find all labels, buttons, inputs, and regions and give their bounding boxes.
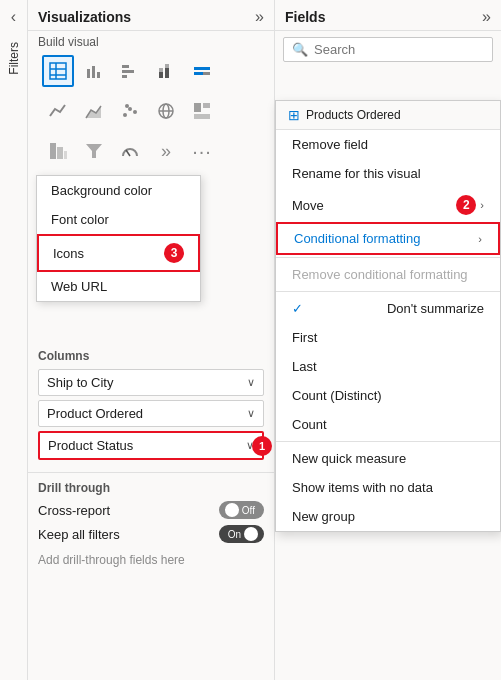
viz-icon-gauge[interactable] <box>114 135 146 167</box>
dropdown-remove-conditional[interactable]: Remove conditional formatting <box>276 260 500 289</box>
move-badge: 2 <box>456 195 476 215</box>
svg-line-32 <box>126 150 130 156</box>
dropdown-count-distinct[interactable]: Count (Distinct) <box>276 381 500 410</box>
column-product-status[interactable]: Product Status ∨ 1 <box>38 431 264 460</box>
cross-report-row: Cross-report Off <box>38 501 264 519</box>
cross-report-toggle[interactable]: Off <box>219 501 264 519</box>
visualizations-panel: Visualizations » Build visual <box>28 0 275 680</box>
dropdown-count[interactable]: Count <box>276 410 500 439</box>
fields-header: Fields » <box>275 0 501 31</box>
filters-collapse-icon[interactable]: ‹ <box>11 8 16 26</box>
viz-icon-100pct-bar[interactable] <box>186 55 218 87</box>
cross-report-label: Cross-report <box>38 503 110 518</box>
svg-rect-7 <box>122 65 129 68</box>
ship-to-city-chevron: ∨ <box>247 376 255 389</box>
dropdown-remove-field[interactable]: Remove field <box>276 130 500 159</box>
svg-rect-4 <box>87 69 90 78</box>
viz-icon-more-chevron[interactable]: » <box>150 135 182 167</box>
svg-rect-12 <box>165 68 169 78</box>
dropdown-move[interactable]: Move 2 › <box>276 188 500 222</box>
context-menu-web-url[interactable]: Web URL <box>37 272 200 301</box>
svg-rect-15 <box>194 72 203 75</box>
filters-tab: ‹ Filters <box>0 0 28 680</box>
viz-icon-area[interactable] <box>78 95 110 127</box>
dropdown-dont-summarize[interactable]: Don't summarize <box>276 294 500 323</box>
svg-rect-27 <box>194 114 210 119</box>
search-icon: 🔍 <box>292 42 308 57</box>
column-ship-to-city[interactable]: Ship to City ∨ <box>38 369 264 396</box>
svg-marker-31 <box>86 144 102 158</box>
columns-section: Columns Ship to City ∨ Product Ordered ∨… <box>28 341 274 468</box>
keep-filters-toggle[interactable]: On <box>219 525 264 543</box>
columns-title: Columns <box>38 349 264 363</box>
viz-panel-title: Visualizations <box>38 9 131 25</box>
dropdown-divider-3 <box>276 441 500 442</box>
dropdown-new-group[interactable]: New group <box>276 502 500 531</box>
search-input[interactable] <box>314 42 484 57</box>
conditional-formatting-arrow: › <box>478 233 482 245</box>
fields-dropdown: ⊞ Products Ordered Remove field Rename f… <box>275 100 501 532</box>
viz-icon-line[interactable] <box>42 95 74 127</box>
cross-report-state: Off <box>242 505 255 516</box>
svg-rect-11 <box>159 68 163 72</box>
fields-title: Fields <box>285 9 325 25</box>
icons-badge: 3 <box>164 243 184 263</box>
viz-icon-scatter[interactable] <box>114 95 146 127</box>
table-icon: ⊞ <box>288 107 300 123</box>
svg-rect-25 <box>194 103 201 112</box>
fields-panel: Fields » 🔍 ⊞ Products Ordered Remove fie… <box>275 0 501 680</box>
dropdown-conditional-formatting[interactable]: Conditional formatting › <box>276 222 500 255</box>
viz-icon-stacked-bar[interactable] <box>150 55 182 87</box>
viz-icon-ellipsis[interactable]: ··· <box>186 135 218 167</box>
viz-icon-map[interactable] <box>150 95 182 127</box>
product-ordered-chevron: ∨ <box>247 407 255 420</box>
svg-point-20 <box>133 110 137 114</box>
svg-rect-10 <box>159 72 163 78</box>
svg-point-18 <box>123 113 127 117</box>
viz-icons-container: » ··· <box>28 51 274 171</box>
dropdown-first[interactable]: First <box>276 323 500 352</box>
viz-icon-clustered-bar[interactable] <box>114 55 146 87</box>
dropdown-divider-2 <box>276 291 500 292</box>
svg-rect-14 <box>194 67 210 70</box>
viz-icons-row-2 <box>34 91 268 131</box>
viz-icon-table[interactable] <box>42 55 74 87</box>
add-drill-label: Add drill-through fields here <box>38 549 264 571</box>
viz-expand-icon[interactable]: » <box>255 8 264 26</box>
viz-icon-treemap[interactable] <box>186 95 218 127</box>
dropdown-last[interactable]: Last <box>276 352 500 381</box>
keep-filters-label: Keep all filters <box>38 527 120 542</box>
viz-panel-header: Visualizations » <box>28 0 274 31</box>
svg-rect-8 <box>122 70 134 73</box>
main-container: ‹ Filters Visualizations » Build visual <box>0 0 501 680</box>
viz-icon-bar[interactable] <box>78 55 110 87</box>
context-menu-background-color[interactable]: Background color <box>37 176 200 205</box>
svg-rect-30 <box>64 151 67 159</box>
dropdown-new-quick-measure[interactable]: New quick measure <box>276 444 500 473</box>
cross-report-knob <box>225 503 239 517</box>
viz-icon-funnel[interactable] <box>78 135 110 167</box>
viz-icon-kpi[interactable] <box>42 135 74 167</box>
move-arrow: › <box>480 199 484 211</box>
svg-rect-13 <box>165 64 169 68</box>
svg-rect-16 <box>203 72 210 75</box>
dropdown-show-items[interactable]: Show items with no data <box>276 473 500 502</box>
viz-icons-row-3: » ··· <box>34 131 268 171</box>
dropdown-rename-visual[interactable]: Rename for this visual <box>276 159 500 188</box>
fields-expand-icon[interactable]: » <box>482 8 491 26</box>
svg-rect-26 <box>203 103 210 108</box>
context-menu: Background color Font color Icons 3 Web … <box>36 175 201 302</box>
context-menu-icons[interactable]: Icons 3 <box>37 234 200 272</box>
product-status-badge: 1 <box>252 436 272 456</box>
svg-rect-0 <box>50 63 66 79</box>
keep-filters-row: Keep all filters On <box>38 525 264 543</box>
svg-point-21 <box>125 104 129 108</box>
drill-through-section: Drill through Cross-report Off Keep all … <box>28 472 274 575</box>
filters-tab-label: Filters <box>7 42 21 75</box>
build-visual-label: Build visual <box>28 31 274 51</box>
context-menu-font-color[interactable]: Font color <box>37 205 200 234</box>
svg-rect-28 <box>50 143 56 159</box>
viz-icons-row-1 <box>34 51 268 91</box>
search-box[interactable]: 🔍 <box>283 37 493 62</box>
column-product-ordered[interactable]: Product Ordered ∨ <box>38 400 264 427</box>
